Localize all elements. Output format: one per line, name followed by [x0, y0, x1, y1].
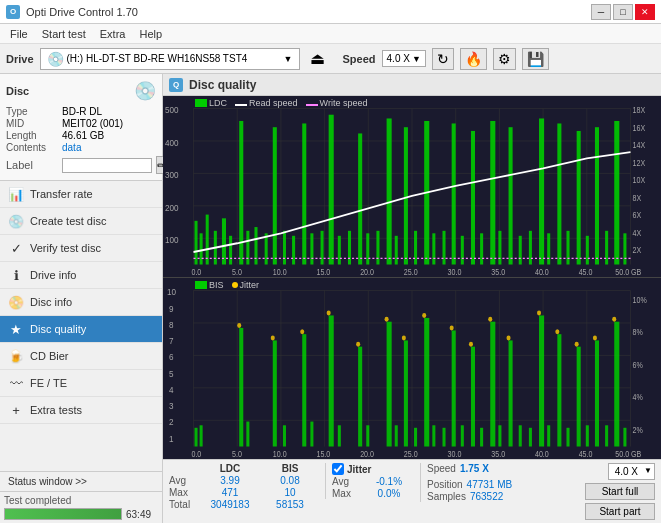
jitter-header-label: Jitter [347, 464, 371, 475]
sidebar-item-fe-te[interactable]: 〰 FE / TE [0, 370, 162, 397]
maximize-button[interactable]: □ [613, 4, 633, 20]
titlebar: O Opti Drive Control 1.70 ─ □ ✕ [0, 0, 661, 24]
svg-rect-30 [302, 123, 306, 264]
jitter-legend-label: Jitter [240, 280, 260, 290]
svg-point-152 [422, 313, 426, 318]
disc-mid-label: MID [6, 118, 58, 129]
save-button[interactable]: 💾 [522, 48, 549, 70]
svg-rect-50 [490, 121, 495, 265]
sidebar-item-extra-tests[interactable]: + Extra tests [0, 397, 162, 424]
disc-label-input[interactable] [62, 158, 152, 173]
bis-legend-label: BIS [209, 280, 224, 290]
svg-text:20.0: 20.0 [360, 267, 374, 277]
svg-text:6%: 6% [633, 360, 643, 370]
svg-text:35.0: 35.0 [491, 449, 505, 459]
jitter-checkbox[interactable] [332, 463, 344, 475]
start-part-button[interactable]: Start part [585, 503, 655, 520]
disc-type-value: BD-R DL [62, 106, 102, 117]
svg-point-146 [271, 335, 275, 340]
svg-text:45.0: 45.0 [579, 267, 593, 277]
total-bis-value: 58153 [261, 499, 319, 510]
svg-rect-143 [614, 322, 619, 447]
svg-point-150 [385, 317, 389, 322]
svg-rect-116 [338, 425, 341, 446]
sidebar-item-transfer-rate[interactable]: 📊 Transfer rate [0, 181, 162, 208]
sidebar-item-label-drive-info: Drive info [30, 269, 76, 281]
stats-table: LDC BIS Avg 3.99 0.08 Max 471 10 Total [169, 463, 319, 510]
svg-text:7: 7 [169, 335, 174, 346]
svg-text:18X: 18X [633, 106, 646, 116]
svg-rect-32 [321, 231, 324, 265]
drive-selector[interactable]: 💿 (H:) HL-DT-ST BD-RE WH16NS58 TST4 ▼ [40, 48, 300, 70]
settings-button[interactable]: ⚙ [493, 48, 516, 70]
menu-start-test[interactable]: Start test [36, 27, 92, 41]
svg-point-157 [537, 310, 541, 315]
svg-rect-122 [414, 428, 417, 447]
minimize-button[interactable]: ─ [591, 4, 611, 20]
main-content: Disc 💿 Type BD-R DL MID MEIT02 (001) Len… [0, 74, 661, 523]
close-button[interactable]: ✕ [635, 4, 655, 20]
svg-text:25.0: 25.0 [404, 449, 418, 459]
svg-rect-38 [376, 231, 379, 265]
max-jitter-value: 0.0% [364, 488, 414, 499]
sidebar-item-create-test-disc[interactable]: 💿 Create test disc [0, 208, 162, 235]
menu-extra[interactable]: Extra [94, 27, 132, 41]
cd-bier-icon: 🍺 [8, 348, 24, 364]
max-bis-value: 10 [261, 487, 319, 498]
svg-rect-108 [200, 425, 203, 446]
svg-rect-19 [206, 215, 209, 265]
transfer-rate-icon: 📊 [8, 186, 24, 202]
disc-contents-value[interactable]: data [62, 142, 81, 153]
svg-rect-130 [490, 322, 495, 447]
svg-rect-107 [195, 428, 198, 447]
sidebar-item-disc-info[interactable]: 📀 Disc info [0, 289, 162, 316]
speed-selector[interactable]: 4.0 X ▼ [382, 50, 426, 67]
speed-dropdown-icon: ▼ [412, 54, 421, 64]
jitter-legend-color [232, 282, 238, 288]
svg-text:4%: 4% [633, 393, 643, 403]
svg-rect-140 [586, 425, 589, 446]
speed-select-dropdown[interactable]: 4.0 X ▼ [608, 463, 655, 480]
speed-stat-label: Speed [427, 463, 456, 474]
status-window-button[interactable]: Status window >> [0, 471, 162, 491]
svg-text:5: 5 [169, 368, 174, 379]
sidebar-item-drive-info[interactable]: ℹ Drive info [0, 262, 162, 289]
charts-wrapper: 500 400 300 200 100 18X 16X 14X 12X 10X … [163, 96, 661, 459]
svg-rect-51 [498, 231, 501, 265]
write-speed-legend-color [306, 104, 318, 106]
svg-rect-35 [348, 231, 351, 265]
svg-rect-123 [424, 318, 429, 447]
drive-info-icon: ℹ [8, 267, 24, 283]
svg-rect-115 [329, 315, 334, 446]
sidebar-item-disc-quality[interactable]: ★ Disc quality [0, 316, 162, 343]
svg-text:20.0: 20.0 [360, 449, 374, 459]
burn-button[interactable]: 🔥 [460, 48, 487, 70]
write-speed-legend-label: Write speed [320, 98, 368, 108]
eject-button[interactable]: ⏏ [306, 49, 329, 68]
sidebar-item-label-create-test: Create test disc [30, 215, 106, 227]
refresh-button[interactable]: ↻ [432, 48, 454, 70]
action-panel: 4.0 X ▼ Start full Start part [585, 463, 655, 520]
svg-text:12X: 12X [633, 158, 646, 168]
svg-text:2X: 2X [633, 246, 642, 256]
svg-point-155 [488, 317, 492, 322]
progress-bar-fill [5, 509, 121, 519]
extra-tests-icon: + [8, 402, 24, 418]
menu-file[interactable]: File [4, 27, 34, 41]
svg-rect-112 [283, 425, 286, 446]
sidebar-item-verify-test-disc[interactable]: ✓ Verify test disc [0, 235, 162, 262]
verify-test-disc-icon: ✓ [8, 240, 24, 256]
disc-mid-row: MID MEIT02 (001) [6, 118, 156, 129]
svg-text:10: 10 [167, 287, 176, 298]
top-chart: 500 400 300 200 100 18X 16X 14X 12X 10X … [163, 96, 661, 278]
sidebar-item-cd-bier[interactable]: 🍺 CD Bier [0, 343, 162, 370]
svg-text:25.0: 25.0 [404, 267, 418, 277]
chart-title: Disc quality [189, 78, 256, 92]
svg-rect-117 [358, 347, 362, 447]
menu-help[interactable]: Help [133, 27, 168, 41]
svg-rect-31 [310, 233, 313, 264]
svg-text:2: 2 [169, 417, 174, 428]
start-full-button[interactable]: Start full [585, 483, 655, 500]
bis-legend: BIS [195, 280, 224, 290]
status-window-label: Status window >> [8, 476, 87, 487]
